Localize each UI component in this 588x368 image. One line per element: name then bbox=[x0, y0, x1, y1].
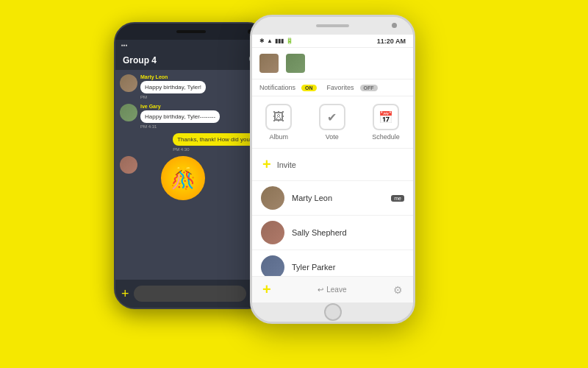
avatar-marty bbox=[120, 74, 137, 92]
chat-sticker-amenda: 🎊 bbox=[120, 156, 262, 200]
front-phone-top bbox=[252, 17, 413, 35]
member-row-marty[interactable]: Marty Leon me bbox=[252, 181, 413, 216]
status-bar: ✱ ▲ ▮▮▮ 🔋 11:20 AM bbox=[252, 35, 413, 48]
group-header bbox=[252, 48, 413, 79]
leave-button[interactable]: ↩ Leave bbox=[318, 286, 346, 294]
notifications-on-toggle[interactable]: ON bbox=[301, 85, 317, 91]
speaker-front bbox=[316, 24, 349, 27]
back-phone: ▪▪▪ ▲ ▮ Group 4 🔍 Marty Leon Happy birth… bbox=[114, 22, 268, 309]
add-icon[interactable]: + bbox=[121, 286, 129, 302]
message-input[interactable] bbox=[134, 286, 246, 302]
status-icons-left: ✱ ▲ ▮▮▮ 🔋 bbox=[259, 38, 293, 44]
wifi-icon: ▲ bbox=[267, 38, 273, 44]
screen-bottom-bar: + ↩ Leave ⚙ bbox=[252, 276, 413, 302]
bubble-wrap-marty: Marty Leon Happy birthday, Tyler! PM bbox=[140, 74, 206, 99]
back-status-bar: ▪▪▪ ▲ ▮ bbox=[115, 40, 267, 51]
vote-label: Vote bbox=[326, 133, 339, 141]
member-name-marty: Marty Leon bbox=[292, 194, 384, 202]
camera-front bbox=[392, 23, 397, 28]
front-phone: ✱ ▲ ▮▮▮ 🔋 11:20 AM Notifications ON Favo… bbox=[250, 15, 415, 324]
status-time: 11:20 AM bbox=[377, 38, 406, 45]
sender-marty: Marty Leon bbox=[140, 74, 206, 79]
favorites-off-toggle[interactable]: OFF bbox=[360, 85, 378, 91]
chat-message-self: Thanks, thank! How did you t... PM 4:30 bbox=[120, 133, 262, 152]
battery-icon: 🔋 bbox=[286, 38, 293, 44]
member-avatar-tyler bbox=[261, 255, 284, 276]
invite-label: Invite bbox=[277, 160, 296, 169]
signal-icon: ▪▪▪ bbox=[121, 42, 128, 49]
time-ive: PM 4:31 bbox=[140, 124, 220, 129]
vote-icon[interactable]: ✔ bbox=[319, 104, 345, 130]
sticker: 🎊 bbox=[161, 156, 205, 200]
bubble-self: Thanks, thank! How did you t... bbox=[173, 133, 262, 146]
front-phone-bottom bbox=[252, 302, 413, 322]
sender-ive: Ive Gary bbox=[140, 104, 220, 109]
album-label: Album bbox=[269, 133, 288, 141]
chat-message-marty: Marty Leon Happy birthday, Tyler! PM bbox=[120, 74, 262, 99]
phone-screen: ✱ ▲ ▮▮▮ 🔋 11:20 AM Notifications ON Favo… bbox=[252, 35, 413, 302]
group-title: Group 4 bbox=[123, 55, 157, 66]
action-album[interactable]: 🖼 Album bbox=[265, 104, 292, 141]
speaker bbox=[176, 30, 206, 33]
chat-area: Marty Leon Happy birthday, Tyler! PM Ive… bbox=[115, 70, 267, 295]
bubble-wrap-self: Thanks, thank! How did you t... PM 4:30 bbox=[173, 133, 262, 152]
member-row-sally[interactable]: Sally Shepherd bbox=[252, 216, 413, 250]
bubble-text-ive: Happy birthday, Tyler-------- bbox=[145, 113, 215, 120]
group-avatar-2 bbox=[286, 54, 305, 73]
action-vote[interactable]: ✔ Vote bbox=[319, 104, 345, 141]
bubble-marty: Happy birthday, Tyler! bbox=[140, 81, 206, 93]
member-avatar-marty bbox=[261, 186, 284, 210]
bubble-text: Happy birthday, Tyler! bbox=[145, 84, 201, 91]
bubble-text-self: Thanks, thank! How did you t... bbox=[177, 136, 258, 143]
chat-message-ive: Ive Gary Happy birthday, Tyler-------- P… bbox=[120, 104, 262, 129]
settings-icon[interactable]: ⚙ bbox=[393, 284, 403, 296]
time-marty: PM bbox=[140, 95, 206, 99]
member-list: Marty Leon me Sally Shepherd Tyler Parke… bbox=[252, 181, 413, 276]
chat-input-bar[interactable]: + ☺ bbox=[115, 280, 267, 308]
home-button[interactable] bbox=[324, 303, 342, 321]
action-bar: 🖼 Album ✔ Vote 📅 Schedule bbox=[252, 96, 413, 149]
bottom-plus-icon[interactable]: + bbox=[262, 281, 271, 298]
schedule-label: Schedule bbox=[372, 133, 400, 141]
favorites-label: Favorites bbox=[327, 84, 354, 91]
notification-tabs: Notifications ON Favorites OFF bbox=[252, 79, 413, 96]
time-self: PM 4:30 bbox=[173, 147, 262, 152]
member-name-tyler: Tyler Parker bbox=[292, 263, 404, 272]
bubble-ive: Happy birthday, Tyler-------- bbox=[140, 110, 220, 123]
me-badge: me bbox=[391, 195, 404, 202]
avatar-amenda bbox=[120, 156, 137, 174]
leave-icon: ↩ bbox=[318, 286, 323, 294]
group-avatar-1 bbox=[259, 54, 279, 73]
schedule-icon[interactable]: 📅 bbox=[373, 104, 399, 130]
invite-row[interactable]: + Invite bbox=[252, 149, 413, 181]
bluetooth-icon: ✱ bbox=[259, 38, 265, 44]
album-icon[interactable]: 🖼 bbox=[265, 104, 292, 130]
member-name-sally: Sally Shepherd bbox=[292, 228, 404, 237]
member-avatar-sally bbox=[261, 221, 284, 244]
back-phone-notch bbox=[115, 24, 267, 40]
signal-bars: ▮▮▮ bbox=[275, 38, 284, 44]
member-row-tyler[interactable]: Tyler Parker bbox=[252, 250, 413, 276]
notifications-label: Notifications bbox=[259, 84, 295, 91]
chat-header: Group 4 🔍 bbox=[115, 51, 267, 70]
avatar-ive bbox=[120, 104, 137, 121]
invite-plus-icon[interactable]: + bbox=[262, 156, 271, 173]
bubble-wrap-ive: Ive Gary Happy birthday, Tyler-------- P… bbox=[140, 104, 220, 129]
action-schedule[interactable]: 📅 Schedule bbox=[372, 104, 400, 141]
leave-label: Leave bbox=[326, 286, 346, 294]
